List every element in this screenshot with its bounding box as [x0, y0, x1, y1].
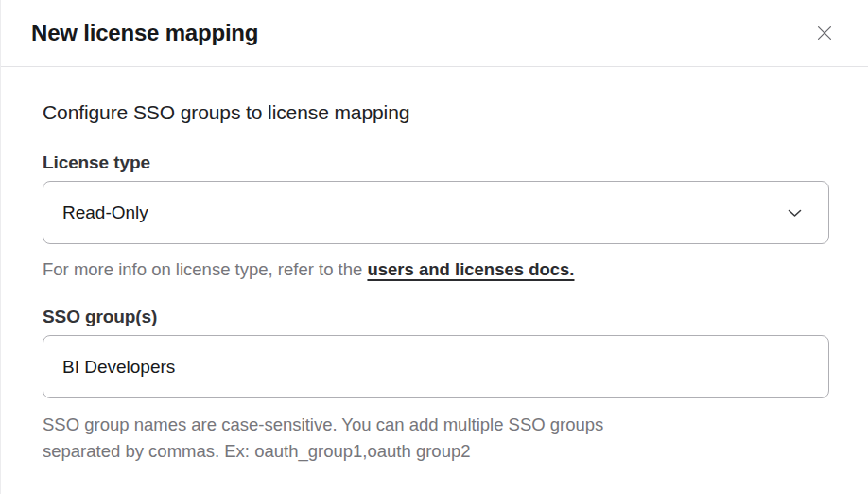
section-heading: Configure SSO groups to license mapping: [43, 101, 829, 124]
chevron-down-icon: [788, 204, 802, 221]
sso-groups-hint: SSO group names are case-sensitive. You …: [43, 412, 829, 465]
license-type-selected-value: Read-Only: [62, 203, 148, 223]
license-type-label: License type: [43, 152, 829, 173]
license-type-hint-text: For more info on license type, refer to …: [43, 259, 367, 279]
license-type-field: License type Read-Only For more info on …: [43, 152, 829, 283]
users-and-licenses-docs-link[interactable]: users and licenses docs.: [367, 259, 574, 279]
dialog-header: New license mapping: [1, 0, 868, 67]
sso-groups-input[interactable]: [43, 335, 829, 398]
dialog-title: New license mapping: [31, 20, 258, 46]
license-type-hint: For more info on license type, refer to …: [43, 256, 829, 283]
close-button[interactable]: [809, 18, 840, 48]
new-license-mapping-dialog: New license mapping Configure SSO groups…: [0, 0, 868, 494]
sso-groups-hint-line-1: SSO group names are case-sensitive. You …: [43, 412, 829, 438]
license-type-select[interactable]: Read-Only: [43, 181, 829, 244]
sso-groups-field: SSO group(s) SSO group names are case-se…: [43, 307, 829, 465]
dialog-body: Configure SSO groups to license mapping …: [1, 101, 868, 465]
sso-groups-hint-line-2: separated by commas. Ex: oauth_group1,oa…: [43, 438, 829, 465]
sso-groups-label: SSO group(s): [43, 307, 829, 327]
close-icon: [814, 23, 835, 44]
